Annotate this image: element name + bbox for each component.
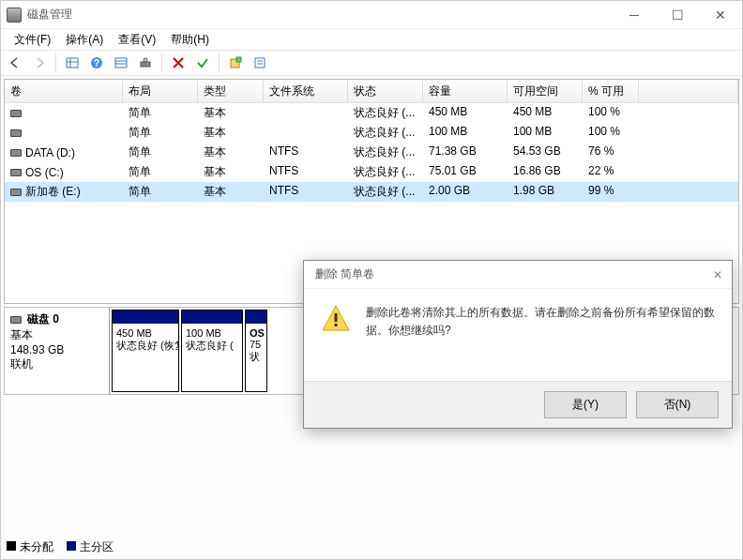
volume-icon [10, 189, 22, 196]
col-percentfree[interactable]: % 可用 [583, 80, 639, 102]
cell-free: 54.53 GB [508, 143, 583, 162]
svg-rect-12 [255, 58, 265, 68]
dialog-close-button[interactable]: ✕ [713, 268, 722, 281]
cell-status: 状态良好 (... [348, 143, 423, 162]
toolbar: ? [1, 50, 742, 76]
volume-icon [10, 149, 22, 157]
properties-icon[interactable] [250, 53, 270, 73]
volume-icon [10, 169, 22, 176]
cell-capacity: 2.00 GB [423, 182, 508, 202]
cell-free: 16.86 GB [508, 162, 583, 182]
col-type[interactable]: 类型 [198, 80, 264, 102]
disk-size: 148.93 GB [10, 343, 103, 356]
cell-capacity: 71.38 GB [423, 143, 508, 162]
legend: 未分配 主分区 [7, 539, 114, 555]
menu-help[interactable]: 帮助(H) [163, 32, 217, 48]
table-row[interactable]: 简单基本状态良好 (...450 MB450 MB100 % [5, 103, 738, 123]
cell-layout: 简单 [123, 182, 198, 202]
cell-type: 基本 [198, 162, 264, 182]
cell-filesystem: NTFS [264, 162, 348, 182]
cell-status: 状态良好 (... [348, 103, 423, 123]
dialog-message: 删除此卷将清除其上的所有数据。请在删除之前备份所有希望保留的数据。你想继续吗? [366, 304, 715, 340]
table-header: 卷 布局 类型 文件系统 状态 容量 可用空间 % 可用 [5, 80, 738, 103]
cell-layout: 简单 [123, 143, 198, 162]
col-capacity[interactable]: 容量 [423, 80, 508, 102]
legend-unallocated-label: 未分配 [20, 540, 53, 553]
cell-free: 100 MB [508, 123, 583, 143]
volume-name: OS (C:) [25, 166, 64, 179]
titlebar: 磁盘管理 ─ ☐ ✕ [1, 1, 742, 29]
cell-capacity: 100 MB [423, 123, 508, 143]
menu-view[interactable]: 查看(V) [111, 32, 163, 48]
cell-filesystem: NTFS [264, 143, 348, 162]
disk-settings-icon[interactable] [135, 53, 156, 73]
col-layout[interactable]: 布局 [123, 80, 198, 102]
maximize-button[interactable]: ☐ [656, 1, 699, 28]
cell-layout: 简单 [123, 162, 198, 182]
view-details-icon[interactable] [111, 53, 131, 73]
svg-rect-11 [236, 57, 241, 62]
close-button[interactable]: ✕ [699, 1, 742, 28]
svg-rect-0 [67, 58, 78, 68]
svg-point-9 [144, 58, 147, 62]
cell-status: 状态良好 (... [348, 182, 423, 202]
partition-block[interactable]: OS75状 [245, 310, 267, 392]
cell-filesystem [264, 103, 348, 123]
warning-icon [321, 304, 351, 340]
cell-type: 基本 [198, 182, 264, 202]
disk-info[interactable]: 磁盘 0 基本 148.93 GB 联机 [5, 308, 110, 394]
volume-name: DATA (D:) [25, 146, 75, 159]
legend-primary-swatch [67, 541, 76, 551]
legend-unallocated-swatch [7, 541, 16, 551]
dialog-title: 删除 简单卷 [315, 266, 374, 282]
volume-icon [10, 129, 22, 137]
svg-rect-5 [115, 58, 127, 68]
delete-volume-dialog: 删除 简单卷 ✕ 删除此卷将清除其上的所有数据。请在删除之前备份所有希望保留的数… [303, 260, 733, 429]
dialog-no-button[interactable]: 否(N) [636, 391, 719, 418]
table-row[interactable]: 简单基本状态良好 (...100 MB100 MB100 % [5, 123, 738, 143]
legend-primary-label: 主分区 [80, 540, 114, 553]
table-row[interactable]: OS (C:)简单基本NTFS状态良好 (...75.01 GB16.86 GB… [5, 162, 738, 182]
svg-rect-8 [141, 62, 150, 67]
view-list-icon[interactable] [62, 53, 83, 73]
partition-block[interactable]: 100 MB状态良好 ( [181, 310, 243, 392]
delete-icon[interactable] [168, 53, 189, 73]
cell-type: 基本 [198, 123, 264, 143]
apply-icon[interactable] [192, 53, 213, 73]
cell-free: 450 MB [508, 103, 583, 123]
cell-layout: 简单 [123, 103, 198, 123]
col-freespace[interactable]: 可用空间 [508, 80, 583, 102]
table-row[interactable]: DATA (D:)简单基本NTFS状态良好 (...71.38 GB54.53 … [5, 143, 738, 162]
svg-rect-16 [335, 313, 338, 322]
partition-block[interactable]: 450 MB状态良好 (恢复 [112, 310, 179, 392]
nav-forward-button[interactable] [29, 53, 50, 73]
minimize-button[interactable]: ─ [613, 1, 656, 28]
dialog-yes-button[interactable]: 是(Y) [544, 391, 627, 418]
menu-action[interactable]: 操作(A) [58, 32, 111, 48]
volume-name: 新加卷 (E:) [25, 184, 81, 200]
col-filesystem[interactable]: 文件系统 [264, 80, 348, 102]
col-volume[interactable]: 卷 [5, 80, 123, 102]
table-row[interactable]: 新加卷 (E:)简单基本NTFS状态良好 (...2.00 GB1.98 GB9… [5, 182, 738, 202]
cell-layout: 简单 [123, 123, 198, 143]
cell-filesystem: NTFS [264, 182, 348, 202]
col-status[interactable]: 状态 [348, 80, 423, 102]
cell-capacity: 75.01 GB [423, 162, 508, 182]
disk-type: 基本 [10, 327, 103, 343]
disk-label: 磁盘 0 [27, 311, 59, 327]
cell-pct: 76 % [583, 143, 639, 162]
menu-file[interactable]: 文件(F) [7, 32, 58, 48]
new-volume-icon[interactable] [225, 53, 246, 73]
cell-status: 状态良好 (... [348, 162, 423, 182]
nav-back-button[interactable] [5, 53, 25, 73]
window-title: 磁盘管理 [27, 7, 613, 23]
disk-status: 联机 [10, 356, 103, 372]
volume-icon [10, 110, 22, 117]
cell-type: 基本 [198, 143, 264, 162]
menubar: 文件(F) 操作(A) 查看(V) 帮助(H) [1, 29, 742, 50]
cell-filesystem [264, 123, 348, 143]
cell-type: 基本 [198, 103, 264, 123]
cell-pct: 99 % [583, 182, 639, 202]
cell-free: 1.98 GB [508, 182, 583, 202]
help-icon[interactable]: ? [86, 53, 107, 73]
